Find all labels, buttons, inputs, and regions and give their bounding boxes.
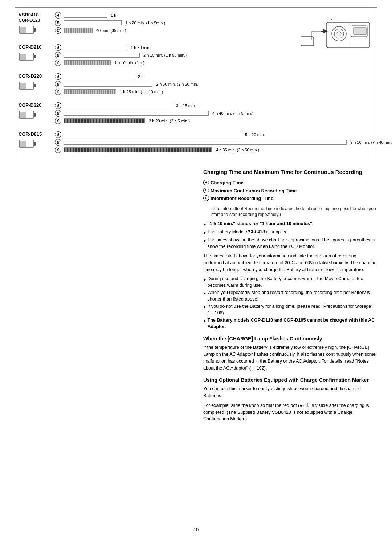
bars-col: A5 h 20 min.B9 h 10 min. (7 h 40 min.)C4…: [55, 131, 392, 153]
battery-icon: [19, 109, 55, 122]
bar-label: B: [55, 110, 61, 117]
bar-text: 4 h 40 min. (4 h 5 min.): [212, 111, 253, 115]
bullet-text: The times shown in the above chart are a…: [208, 237, 377, 250]
svg-rect-19: [34, 84, 36, 87]
svg-text:● ①: ● ①: [330, 17, 337, 21]
bar-row: B4 h 40 min. (4 h 5 min.): [55, 110, 373, 117]
subsection2-text2: For example, slide the knob so that the …: [203, 402, 377, 423]
bar-text: 1 h.: [111, 13, 117, 17]
bullet-dot: ●: [203, 221, 206, 228]
chart-battery-row: CGR-D815A5 h 20 min.B9 h 10 min. (7 h 40…: [19, 131, 373, 153]
bullet-text: If you do not use the Battery for a long…: [208, 303, 377, 316]
legend-item: BMaximum Continuous Recording Time: [203, 187, 377, 195]
content-section: Charging Time and Maximum Time for Conti…: [15, 168, 377, 425]
battery-label: CGR-D815: [19, 131, 55, 151]
bar-text: 1 h 25 min. (1 h 10 min.): [120, 90, 163, 94]
svg-rect-23: [20, 112, 26, 118]
bullet-dot: ●: [203, 318, 206, 324]
bullet-item: ●The Battery Model VSB0418 is supplied.: [203, 229, 377, 236]
subsection1-text: If the temperature of the Battery is ext…: [203, 344, 377, 371]
bar-label: C: [55, 27, 61, 34]
bar-row: C1 h 10 min. (1 h.): [55, 60, 373, 66]
bar-fill: [64, 45, 127, 50]
bar-row: A2 h.: [55, 73, 373, 80]
bullet-item: ●If you do not use the Battery for a lon…: [203, 303, 377, 316]
bar-text: 40 min. (35 min.): [96, 28, 126, 33]
bullet-dot: ●: [203, 290, 206, 297]
bar-row: C4 h 35 min. (3 h 50 min.): [55, 147, 392, 153]
bar-fill: [64, 140, 346, 144]
battery-model: CGR-D815: [19, 131, 55, 137]
bullet-item: ●The Battery models CGP-D110 and CGP-D10…: [203, 317, 377, 330]
battery-model: VSB0418: [19, 12, 55, 17]
bar-label: B: [55, 52, 61, 58]
bar-text: 4 h 35 min. (3 h 50 min.): [216, 148, 259, 152]
bullet-dot: ●: [203, 238, 206, 244]
bar-fill: [64, 82, 152, 86]
svg-rect-6: [354, 28, 366, 35]
bar-text: 2 h 50 min. (2 h 20 min.): [156, 82, 199, 86]
legend-text: Maximum Continuous Recording Time: [211, 187, 297, 195]
bar-row: C1 h 25 min. (1 h 10 min.): [55, 89, 373, 95]
bar-row: B2 h 50 min. (2 h 20 min.): [55, 81, 373, 87]
subsection1-title: When the [CHARGE] Lamp Flashes Continuou…: [203, 335, 377, 343]
battery-label: CGP-D320: [19, 102, 55, 122]
page: ● ① VSB0418CGR-D120A1 h.B1 h 20 min. (1 …: [0, 0, 392, 547]
bars-col: A3 h 15 min.B4 h 40 min. (4 h 5 min.)C2 …: [55, 102, 373, 124]
body-text: The times listed above for your informat…: [203, 253, 377, 273]
svg-point-4: [334, 29, 344, 38]
bar-track: [64, 13, 107, 18]
bullet-text: During use and charging, the Battery bec…: [208, 276, 377, 289]
bar-label: A: [55, 131, 61, 138]
bar-text: 1 h 10 min. (1 h.): [114, 61, 144, 65]
subsection2-text1: You can use this marker to easily distin…: [203, 385, 377, 399]
legend-list: ACharging TimeBMaximum Continuous Record…: [203, 179, 377, 202]
bullet-text: When you repeatedly stop and restart rec…: [208, 290, 377, 302]
bar-track: [64, 82, 152, 87]
right-content: Charging Time and Maximum Time for Conti…: [196, 168, 377, 425]
bar-track: [64, 147, 212, 152]
chart-battery-row: CGP-D320A3 h 15 min.B4 h 40 min. (4 h 5 …: [19, 102, 373, 124]
bar-row: B2 h 15 min. (1 h 55 min.): [55, 52, 373, 58]
bar-fill: [64, 90, 116, 94]
svg-rect-25: [34, 142, 36, 146]
subsection2-title: Using Optional Batteries Equipped with C…: [203, 376, 377, 384]
battery-model: CGP-D210: [19, 44, 55, 50]
bar-track: [64, 45, 127, 50]
bar-track: [64, 132, 241, 137]
svg-point-5: [337, 32, 341, 36]
bullets-1: ●"1 h 10 min." stands for "1 hour and 10…: [203, 221, 377, 250]
bar-label: A: [55, 44, 61, 51]
legend-circle: A: [203, 180, 209, 185]
bar-label: A: [55, 12, 61, 19]
bar-label: A: [55, 73, 61, 80]
legend-item: ACharging Time: [203, 179, 377, 187]
bar-text: 2 h 15 min. (1 h 55 min.): [143, 53, 187, 57]
bar-text: 5 h 20 min.: [245, 132, 265, 137]
svg-rect-14: [20, 27, 26, 33]
svg-rect-16: [34, 55, 36, 58]
bar-fill: [64, 74, 134, 79]
bar-track: [64, 118, 145, 123]
bar-track: [64, 53, 140, 58]
bar-row: B9 h 10 min. (7 h 40 min.): [55, 139, 392, 146]
legend-circle: B: [203, 188, 209, 193]
bullet-item: ●"1 h 10 min." stands for "1 hour and 10…: [203, 221, 377, 228]
battery-icon: [19, 80, 55, 93]
bar-fill: [64, 148, 212, 152]
bullet-text: "1 h 10 min." stands for "1 hour and 10 …: [208, 221, 314, 227]
battery-model: CGR-D220: [19, 73, 55, 79]
bar-fill: [64, 61, 110, 65]
legend-text: Intermittent Recording Time: [211, 195, 273, 202]
bars-col: A2 h.B2 h 50 min. (2 h 20 min.)C1 h 25 m…: [55, 73, 373, 95]
bar-row: A3 h 15 min.: [55, 102, 373, 109]
battery-model: CGP-D320: [19, 102, 55, 108]
legend-item: CIntermittent Recording Time: [203, 195, 377, 202]
bullets-2: ●During use and charging, the Battery be…: [203, 276, 377, 330]
bullet-item: ●During use and charging, the Battery be…: [203, 276, 377, 289]
bar-fill: [64, 119, 145, 123]
bar-track: [64, 111, 209, 116]
bar-text: 2 h.: [138, 74, 144, 79]
svg-point-3: [332, 26, 346, 41]
legend-text: Charging Time: [211, 179, 244, 187]
